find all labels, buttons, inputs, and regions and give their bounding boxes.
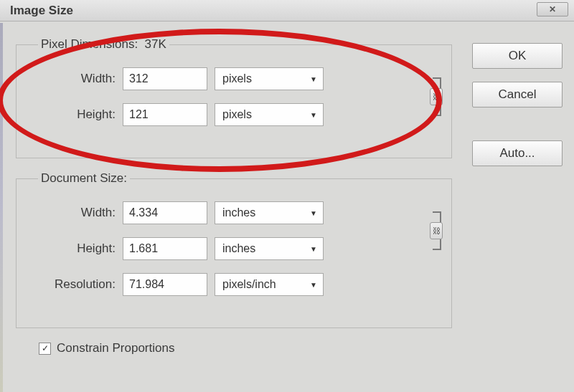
chevron-down-icon: ▼ <box>310 209 317 217</box>
px-width-label: Width: <box>29 72 116 86</box>
dialog-body: Pixel Dimensions: 37K Width: pixels ▼ He… <box>0 21 574 364</box>
chevron-down-icon: ▼ <box>310 281 317 289</box>
px-width-unit-select[interactable]: pixels ▼ <box>215 67 324 90</box>
doc-height-label: Height: <box>29 242 116 256</box>
pixel-dimensions-group: Pixel Dimensions: 37K Width: pixels ▼ He… <box>16 37 452 158</box>
ok-button[interactable]: OK <box>472 43 563 69</box>
close-icon: ✕ <box>549 4 556 14</box>
cancel-button[interactable]: Cancel <box>472 82 563 107</box>
window-title: Image Size <box>10 4 73 18</box>
link-icon[interactable]: ⛓ <box>430 88 443 105</box>
constrain-proportions-label: Constrain Proportions <box>57 341 174 355</box>
doc-width-label: Width: <box>29 206 116 220</box>
px-height-unit-select[interactable]: pixels ▼ <box>215 103 324 126</box>
px-height-input[interactable] <box>123 103 207 126</box>
doc-width-input[interactable] <box>123 201 207 224</box>
px-height-label: Height: <box>29 107 116 122</box>
doc-width-unit-select[interactable]: inches ▼ <box>215 201 324 224</box>
doc-height-input[interactable] <box>123 237 207 260</box>
chevron-down-icon: ▼ <box>310 75 317 83</box>
doc-height-unit-select[interactable]: inches ▼ <box>215 237 324 260</box>
px-width-input[interactable] <box>123 67 207 90</box>
chevron-down-icon: ▼ <box>310 111 317 119</box>
doc-link-bracket: ⛓ <box>427 211 441 250</box>
document-size-legend: Document Size: <box>38 171 130 186</box>
constrain-proportions-checkbox[interactable]: ✓ <box>39 343 51 355</box>
px-link-bracket: ⛓ <box>427 77 441 116</box>
doc-resolution-input[interactable] <box>123 273 207 296</box>
chevron-down-icon: ▼ <box>310 245 317 253</box>
auto-button[interactable]: Auto... <box>472 140 563 166</box>
close-button[interactable]: ✕ <box>537 2 568 16</box>
link-icon[interactable]: ⛓ <box>430 222 443 239</box>
doc-resolution-label: Resolution: <box>29 277 116 292</box>
doc-resolution-unit-select[interactable]: pixels/inch ▼ <box>215 273 324 296</box>
titlebar: Image Size ✕ <box>0 0 574 21</box>
constrain-proportions-row[interactable]: ✓ Constrain Proportions <box>39 341 452 355</box>
document-size-group: Document Size: Width: inches ▼ Height: i… <box>16 171 452 328</box>
pixel-dimensions-legend: Pixel Dimensions: 37K <box>38 37 169 52</box>
